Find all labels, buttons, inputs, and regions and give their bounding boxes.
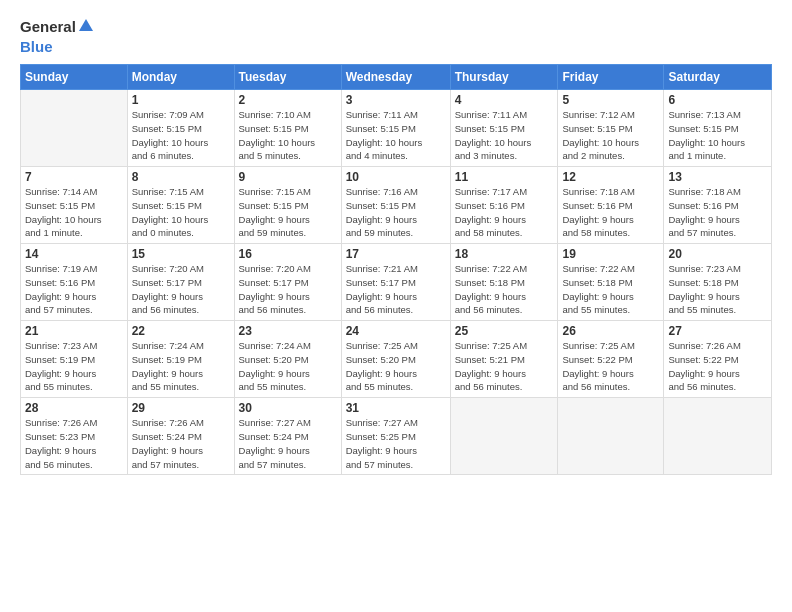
calendar-cell: 14Sunrise: 7:19 AM Sunset: 5:16 PM Dayli…: [21, 244, 128, 321]
day-info: Sunrise: 7:22 AM Sunset: 5:18 PM Dayligh…: [455, 262, 554, 317]
day-number: 5: [562, 93, 659, 107]
day-info: Sunrise: 7:21 AM Sunset: 5:17 PM Dayligh…: [346, 262, 446, 317]
calendar-cell: 25Sunrise: 7:25 AM Sunset: 5:21 PM Dayli…: [450, 321, 558, 398]
day-number: 18: [455, 247, 554, 261]
calendar-cell: [450, 398, 558, 475]
calendar-cell: 4Sunrise: 7:11 AM Sunset: 5:15 PM Daylig…: [450, 90, 558, 167]
day-number: 1: [132, 93, 230, 107]
day-info: Sunrise: 7:20 AM Sunset: 5:17 PM Dayligh…: [239, 262, 337, 317]
week-row-0: 1Sunrise: 7:09 AM Sunset: 5:15 PM Daylig…: [21, 90, 772, 167]
day-number: 30: [239, 401, 337, 415]
day-info: Sunrise: 7:19 AM Sunset: 5:16 PM Dayligh…: [25, 262, 123, 317]
day-info: Sunrise: 7:13 AM Sunset: 5:15 PM Dayligh…: [668, 108, 767, 163]
header: General Blue: [20, 18, 772, 56]
calendar-cell: 1Sunrise: 7:09 AM Sunset: 5:15 PM Daylig…: [127, 90, 234, 167]
day-info: Sunrise: 7:25 AM Sunset: 5:21 PM Dayligh…: [455, 339, 554, 394]
calendar-cell: 5Sunrise: 7:12 AM Sunset: 5:15 PM Daylig…: [558, 90, 664, 167]
day-info: Sunrise: 7:25 AM Sunset: 5:20 PM Dayligh…: [346, 339, 446, 394]
calendar-cell: [21, 90, 128, 167]
day-info: Sunrise: 7:24 AM Sunset: 5:19 PM Dayligh…: [132, 339, 230, 394]
day-number: 29: [132, 401, 230, 415]
calendar-cell: 13Sunrise: 7:18 AM Sunset: 5:16 PM Dayli…: [664, 167, 772, 244]
day-number: 16: [239, 247, 337, 261]
calendar-cell: 31Sunrise: 7:27 AM Sunset: 5:25 PM Dayli…: [341, 398, 450, 475]
day-info: Sunrise: 7:18 AM Sunset: 5:16 PM Dayligh…: [562, 185, 659, 240]
day-info: Sunrise: 7:22 AM Sunset: 5:18 PM Dayligh…: [562, 262, 659, 317]
calendar-cell: 9Sunrise: 7:15 AM Sunset: 5:15 PM Daylig…: [234, 167, 341, 244]
day-number: 9: [239, 170, 337, 184]
day-info: Sunrise: 7:26 AM Sunset: 5:22 PM Dayligh…: [668, 339, 767, 394]
calendar-cell: [664, 398, 772, 475]
week-row-3: 21Sunrise: 7:23 AM Sunset: 5:19 PM Dayli…: [21, 321, 772, 398]
day-info: Sunrise: 7:27 AM Sunset: 5:25 PM Dayligh…: [346, 416, 446, 471]
day-number: 21: [25, 324, 123, 338]
calendar-table: SundayMondayTuesdayWednesdayThursdayFrid…: [20, 64, 772, 475]
logo-blue: Blue: [20, 38, 95, 56]
day-number: 22: [132, 324, 230, 338]
day-info: Sunrise: 7:23 AM Sunset: 5:19 PM Dayligh…: [25, 339, 123, 394]
day-number: 6: [668, 93, 767, 107]
calendar-cell: 23Sunrise: 7:24 AM Sunset: 5:20 PM Dayli…: [234, 321, 341, 398]
calendar-cell: 21Sunrise: 7:23 AM Sunset: 5:19 PM Dayli…: [21, 321, 128, 398]
logo-icon: General Blue: [20, 18, 95, 56]
header-monday: Monday: [127, 65, 234, 90]
day-number: 19: [562, 247, 659, 261]
day-number: 15: [132, 247, 230, 261]
logo-general: General: [20, 18, 76, 36]
header-thursday: Thursday: [450, 65, 558, 90]
calendar-cell: 7Sunrise: 7:14 AM Sunset: 5:15 PM Daylig…: [21, 167, 128, 244]
calendar-cell: 10Sunrise: 7:16 AM Sunset: 5:15 PM Dayli…: [341, 167, 450, 244]
calendar-cell: 26Sunrise: 7:25 AM Sunset: 5:22 PM Dayli…: [558, 321, 664, 398]
day-info: Sunrise: 7:26 AM Sunset: 5:23 PM Dayligh…: [25, 416, 123, 471]
calendar-cell: 2Sunrise: 7:10 AM Sunset: 5:15 PM Daylig…: [234, 90, 341, 167]
header-sunday: Sunday: [21, 65, 128, 90]
day-info: Sunrise: 7:15 AM Sunset: 5:15 PM Dayligh…: [239, 185, 337, 240]
day-number: 25: [455, 324, 554, 338]
day-info: Sunrise: 7:12 AM Sunset: 5:15 PM Dayligh…: [562, 108, 659, 163]
day-number: 13: [668, 170, 767, 184]
calendar-cell: 29Sunrise: 7:26 AM Sunset: 5:24 PM Dayli…: [127, 398, 234, 475]
logo-triangle-icon: [77, 17, 95, 33]
calendar-cell: 24Sunrise: 7:25 AM Sunset: 5:20 PM Dayli…: [341, 321, 450, 398]
day-info: Sunrise: 7:24 AM Sunset: 5:20 PM Dayligh…: [239, 339, 337, 394]
day-number: 11: [455, 170, 554, 184]
page: General Blue SundayMondayTuesdayWednesda…: [0, 0, 792, 612]
day-number: 27: [668, 324, 767, 338]
day-number: 3: [346, 93, 446, 107]
day-number: 26: [562, 324, 659, 338]
header-friday: Friday: [558, 65, 664, 90]
calendar-cell: 20Sunrise: 7:23 AM Sunset: 5:18 PM Dayli…: [664, 244, 772, 321]
calendar-cell: 16Sunrise: 7:20 AM Sunset: 5:17 PM Dayli…: [234, 244, 341, 321]
calendar-cell: 27Sunrise: 7:26 AM Sunset: 5:22 PM Dayli…: [664, 321, 772, 398]
header-wednesday: Wednesday: [341, 65, 450, 90]
day-info: Sunrise: 7:27 AM Sunset: 5:24 PM Dayligh…: [239, 416, 337, 471]
day-number: 4: [455, 93, 554, 107]
day-info: Sunrise: 7:15 AM Sunset: 5:15 PM Dayligh…: [132, 185, 230, 240]
day-number: 8: [132, 170, 230, 184]
week-row-1: 7Sunrise: 7:14 AM Sunset: 5:15 PM Daylig…: [21, 167, 772, 244]
week-row-4: 28Sunrise: 7:26 AM Sunset: 5:23 PM Dayli…: [21, 398, 772, 475]
calendar-cell: 6Sunrise: 7:13 AM Sunset: 5:15 PM Daylig…: [664, 90, 772, 167]
day-number: 14: [25, 247, 123, 261]
day-number: 24: [346, 324, 446, 338]
calendar-cell: 17Sunrise: 7:21 AM Sunset: 5:17 PM Dayli…: [341, 244, 450, 321]
day-info: Sunrise: 7:20 AM Sunset: 5:17 PM Dayligh…: [132, 262, 230, 317]
day-info: Sunrise: 7:26 AM Sunset: 5:24 PM Dayligh…: [132, 416, 230, 471]
header-tuesday: Tuesday: [234, 65, 341, 90]
calendar-cell: 8Sunrise: 7:15 AM Sunset: 5:15 PM Daylig…: [127, 167, 234, 244]
day-number: 28: [25, 401, 123, 415]
calendar-cell: [558, 398, 664, 475]
day-info: Sunrise: 7:14 AM Sunset: 5:15 PM Dayligh…: [25, 185, 123, 240]
day-number: 10: [346, 170, 446, 184]
day-info: Sunrise: 7:18 AM Sunset: 5:16 PM Dayligh…: [668, 185, 767, 240]
calendar-cell: 3Sunrise: 7:11 AM Sunset: 5:15 PM Daylig…: [341, 90, 450, 167]
day-number: 2: [239, 93, 337, 107]
logo: General Blue: [20, 18, 95, 56]
calendar-cell: 28Sunrise: 7:26 AM Sunset: 5:23 PM Dayli…: [21, 398, 128, 475]
calendar-cell: 11Sunrise: 7:17 AM Sunset: 5:16 PM Dayli…: [450, 167, 558, 244]
day-number: 12: [562, 170, 659, 184]
calendar-cell: 22Sunrise: 7:24 AM Sunset: 5:19 PM Dayli…: [127, 321, 234, 398]
day-info: Sunrise: 7:09 AM Sunset: 5:15 PM Dayligh…: [132, 108, 230, 163]
day-number: 23: [239, 324, 337, 338]
day-number: 31: [346, 401, 446, 415]
